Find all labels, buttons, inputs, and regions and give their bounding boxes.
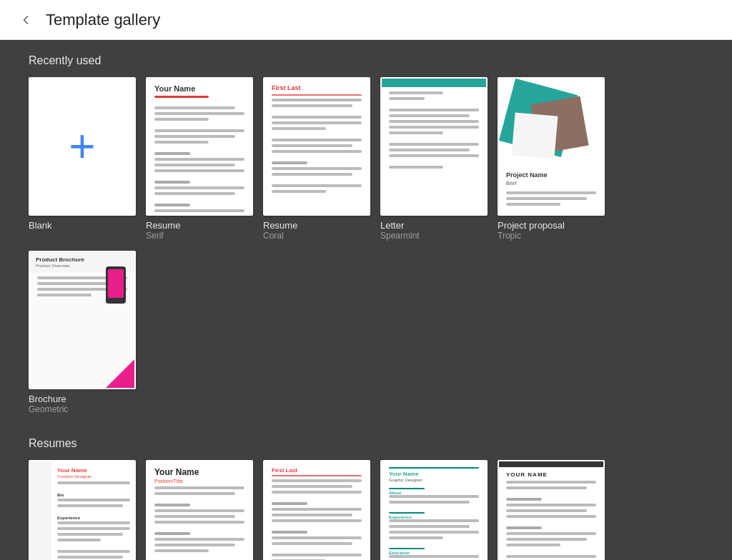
- template-resume-swiss[interactable]: Your Name Creative Designer Bio Experien…: [29, 460, 136, 560]
- template-resume-serif-recent[interactable]: Your Name: [146, 77, 253, 241]
- resumes-grid: Your Name Creative Designer Bio Experien…: [29, 460, 703, 560]
- template-thumb-project: Project Name Brief: [498, 77, 605, 216]
- template-resume-coral-recent[interactable]: First Last: [263, 77, 370, 241]
- template-thumb-swiss: Your Name Creative Designer Bio Experien…: [29, 460, 136, 560]
- template-name-project: Project proposal: [498, 220, 605, 231]
- template-thumb-resume-serif: Your Name: [146, 77, 253, 216]
- template-thumb-resume-coral: First Last: [263, 77, 370, 216]
- template-thumb-serif2: Your Name Position/Title: [146, 460, 253, 560]
- template-thumb-spearmint: Your Name Graphic Designer About Experie…: [380, 460, 488, 560]
- page-title: Template gallery: [46, 11, 160, 29]
- template-sub-brochure: Geometric: [29, 404, 136, 414]
- template-resume-spearmint[interactable]: Your Name Graphic Designer About Experie…: [380, 460, 488, 560]
- template-brochure-geo[interactable]: Product Brochure Product Overview: [29, 251, 136, 414]
- template-resume-serif-2[interactable]: Your Name Position/Title: [146, 460, 253, 560]
- content-area: Recently used + Blank Your Name: [0, 40, 732, 560]
- template-sub-resume-serif: Serif: [146, 231, 253, 241]
- resumes-section: Resumes Your Name Creative Designer Bio: [29, 437, 703, 560]
- recently-used-title: Recently used: [29, 54, 703, 67]
- header: Template gallery: [0, 0, 732, 40]
- template-thumb-coral2: First Last: [263, 460, 370, 560]
- template-letter-spearmint-recent[interactable]: Letter Spearmint: [380, 77, 488, 241]
- template-name-blank: Blank: [29, 220, 136, 231]
- template-sub-resume-coral: Coral: [263, 231, 370, 241]
- template-name-letter-spearmint: Letter: [380, 220, 488, 231]
- template-thumb-letter-spearmint: [380, 77, 488, 216]
- template-sub-letter-spearmint: Spearmint: [380, 231, 488, 241]
- recently-used-grid: + Blank Your Name: [29, 77, 703, 414]
- template-resume-modern[interactable]: YOUR NAME: [498, 460, 605, 560]
- template-sub-project: Tropic: [498, 231, 605, 241]
- template-name-resume-serif: Resume: [146, 220, 253, 231]
- plus-icon: +: [69, 124, 95, 169]
- resumes-title: Resumes: [29, 437, 703, 450]
- template-thumb-blank: +: [29, 77, 136, 216]
- template-project-proposal[interactable]: Project Name Brief Project proposal Trop…: [498, 77, 605, 241]
- back-button[interactable]: [14, 9, 37, 31]
- recently-used-section: Recently used + Blank Your Name: [29, 54, 703, 414]
- template-blank[interactable]: + Blank: [29, 77, 136, 241]
- template-thumb-brochure: Product Brochure Product Overview: [29, 251, 136, 389]
- template-thumb-modern: YOUR NAME: [498, 460, 605, 560]
- template-name-resume-coral: Resume: [263, 220, 370, 231]
- template-name-brochure: Brochure: [29, 394, 136, 404]
- template-resume-coral-2[interactable]: First Last: [263, 460, 370, 560]
